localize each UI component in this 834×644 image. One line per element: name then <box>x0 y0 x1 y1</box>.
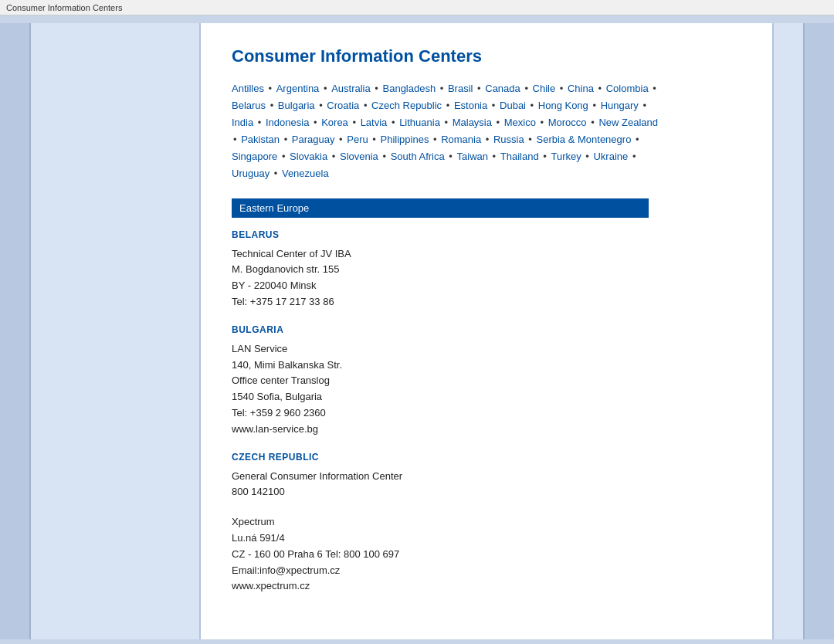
link-estonia[interactable]: Estonia <box>454 100 487 111</box>
link-turkey[interactable]: Turkey <box>551 151 581 162</box>
link-romania[interactable]: Romania <box>441 134 481 145</box>
link-antilles[interactable]: Antilles <box>232 83 264 94</box>
country-czech-info2: Xpectrum Lu.ná 591/4 CZ - 160 00 Praha 6… <box>232 514 741 595</box>
link-croatia[interactable]: Croatia <box>327 100 359 111</box>
link-venezuela[interactable]: Venezuela <box>282 168 329 179</box>
link-brasil[interactable]: Brasil <box>448 83 473 94</box>
link-malaysia[interactable]: Malaysia <box>453 117 492 128</box>
link-ukraine[interactable]: Ukraine <box>593 151 628 162</box>
sidebar-left <box>0 23 31 639</box>
link-bangladesh[interactable]: Bangladesh <box>383 83 436 94</box>
link-bulgaria[interactable]: Bulgaria <box>278 100 315 111</box>
link-pakistan[interactable]: Pakistan <box>241 134 280 145</box>
link-mexico[interactable]: Mexico <box>504 117 536 128</box>
link-south-africa[interactable]: South Africa <box>391 151 445 162</box>
link-paraguay[interactable]: Paraguay <box>292 134 335 145</box>
link-colombia[interactable]: Colombia <box>606 83 649 94</box>
link-czech-republic[interactable]: Czech Republic <box>371 100 442 111</box>
content-area: Consumer Information Centers Antilles • … <box>201 23 772 639</box>
link-australia[interactable]: Australia <box>331 83 371 94</box>
link-singapore[interactable]: Singapore <box>232 151 277 162</box>
link-philippines[interactable]: Philippines <box>381 134 429 145</box>
link-dubai[interactable]: Dubai <box>500 100 526 111</box>
sidebar-left-inner <box>31 23 201 639</box>
title-bar-text: Consumer Information Centers <box>6 3 122 12</box>
link-russia[interactable]: Russia <box>493 134 524 145</box>
sidebar-right <box>803 23 834 639</box>
link-canada[interactable]: Canada <box>485 83 520 94</box>
country-bulgaria-info: LAN Service 140, Mimi Balkanska Str. Off… <box>232 341 741 438</box>
country-czech-republic-label: CZECH REPUBLIC <box>232 452 741 463</box>
country-bulgaria-label: BULGARIA <box>232 324 741 335</box>
link-hungary[interactable]: Hungary <box>601 100 639 111</box>
main-layout: Consumer Information Centers Antilles • … <box>0 15 834 644</box>
link-thailand[interactable]: Thailand <box>500 151 539 162</box>
link-argentina[interactable]: Argentina <box>276 83 320 94</box>
link-india[interactable]: India <box>232 117 253 128</box>
link-korea[interactable]: Korea <box>321 117 348 128</box>
link-lithuania[interactable]: Lithuania <box>399 117 440 128</box>
country-czech-info1: General Consumer Information Center 800 … <box>232 469 741 501</box>
link-latvia[interactable]: Latvia <box>361 117 388 128</box>
link-slovakia[interactable]: Slovakia <box>290 151 327 162</box>
page-title: Consumer Information Centers <box>232 46 741 66</box>
country-belarus-label: BELARUS <box>232 229 741 240</box>
link-morocco[interactable]: Morocco <box>548 117 587 128</box>
sidebar-right-inner <box>772 23 803 639</box>
link-china[interactable]: China <box>568 83 594 94</box>
country-belarus-info: Technical Center of JV IBA M. Bogdanovic… <box>232 246 741 310</box>
link-indonesia[interactable]: Indonesia <box>266 117 309 128</box>
section-header-eastern-europe: Eastern Europe <box>232 198 649 218</box>
link-taiwan[interactable]: Taiwan <box>457 151 488 162</box>
link-peru[interactable]: Peru <box>347 134 368 145</box>
link-slovenia[interactable]: Slovenia <box>340 151 378 162</box>
link-uruguay[interactable]: Uruguay <box>232 168 270 179</box>
links-section: Antilles • Argentina • Australia • Bangl… <box>232 80 741 183</box>
title-bar: Consumer Information Centers <box>0 0 834 15</box>
link-hong-kong[interactable]: Hong Kong <box>538 100 588 111</box>
link-chile[interactable]: Chile <box>533 83 556 94</box>
link-new-zealand[interactable]: New Zealand <box>598 117 658 128</box>
link-serbia[interactable]: Serbia & Montenegro <box>537 134 632 145</box>
link-belarus[interactable]: Belarus <box>232 100 266 111</box>
